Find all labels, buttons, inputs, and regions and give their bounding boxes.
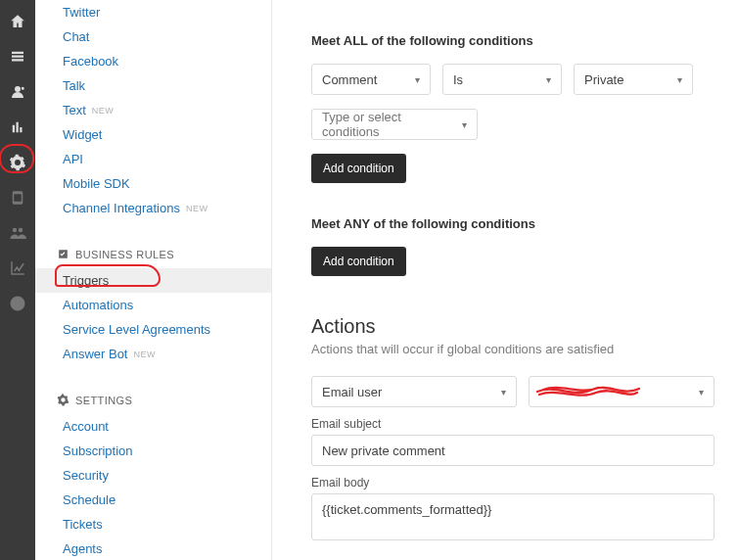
rail-people-icon[interactable] xyxy=(0,215,35,251)
sidebar-channel-api[interactable]: API xyxy=(35,147,271,171)
chevron-down-icon: ▾ xyxy=(699,387,704,397)
new-badge: NEW xyxy=(92,106,115,116)
sidebar-item-label: Mobile SDK xyxy=(63,176,130,191)
settings-header-text: SETTINGS xyxy=(75,395,132,406)
action-recipient-select[interactable]: ▾ xyxy=(529,376,715,407)
sidebar-item-label: Channel Integrations xyxy=(63,201,180,215)
sidebar-item-label: Answer Bot xyxy=(63,347,127,361)
new-badge: NEW xyxy=(133,350,156,359)
sidebar-item-label: Service Level Agreements xyxy=(63,322,210,337)
actions-subtitle: Actions that will occur if global condit… xyxy=(311,342,715,356)
sidebar-setting-security[interactable]: Security xyxy=(35,463,271,488)
email-body-textarea[interactable]: {{ticket.comments_formatted}} xyxy=(311,493,715,540)
sidebar-item-label: Subscription xyxy=(63,443,133,458)
sidebar-setting-agents[interactable]: Agents xyxy=(35,537,271,560)
annotation-redaction-scribble xyxy=(535,381,643,402)
business-rules-header-text: BUSINESS RULES xyxy=(75,249,174,260)
chevron-down-icon: ▾ xyxy=(677,74,682,85)
chevron-down-icon: ▾ xyxy=(501,387,506,397)
sidebar-item-label: Automations xyxy=(63,298,133,312)
sidebar-channel-chat[interactable]: Chat xyxy=(35,24,271,49)
main-content: Meet ALL of the following conditions Com… xyxy=(272,0,738,560)
condition-operator-select[interactable]: Is ▾ xyxy=(442,64,562,95)
rail-analytics-icon[interactable] xyxy=(0,251,35,286)
sidebar-channel-mobile-sdk[interactable]: Mobile SDK xyxy=(35,171,271,196)
action-type-select[interactable]: Email user ▾ xyxy=(311,376,517,407)
email-subject-input[interactable] xyxy=(311,435,715,466)
rail-apps-icon[interactable] xyxy=(0,180,35,215)
rail-views-icon[interactable] xyxy=(0,39,35,74)
condition-field-value: Comment xyxy=(322,72,377,87)
sidebar-item-label: Tickets xyxy=(63,517,103,532)
sidebar-item-label: API xyxy=(63,152,83,166)
rail-reports-icon[interactable] xyxy=(0,110,35,145)
all-conditions-heading: Meet ALL of the following conditions xyxy=(311,33,715,48)
type-or-select-conditions[interactable]: Type or select conditions ▾ xyxy=(311,109,478,140)
new-badge: NEW xyxy=(186,204,208,213)
sidebar-item-label: Twitter xyxy=(63,5,100,20)
chevron-down-icon: ▾ xyxy=(415,74,420,85)
icon-rail xyxy=(0,0,35,560)
sidebar-item-label: Account xyxy=(63,419,109,434)
rail-clock-icon[interactable] xyxy=(0,286,35,321)
sidebar-channel-talk[interactable]: Talk xyxy=(35,73,271,98)
add-condition-button-all[interactable]: Add condition xyxy=(311,154,406,183)
sidebar-item-label: Triggers xyxy=(63,273,109,288)
sidebar-rule-answer-bot[interactable]: Answer BotNEW xyxy=(35,342,271,366)
sidebar-rule-triggers[interactable]: Triggers xyxy=(35,268,271,293)
sidebar-item-label: Agents xyxy=(63,541,102,556)
sidebar-channel-channel-integrations[interactable]: Channel IntegrationsNEW xyxy=(35,196,271,220)
sidebar-channel-twitter[interactable]: Twitter xyxy=(35,0,271,24)
sidebar-item-label: Security xyxy=(63,468,109,483)
sidebar-item-label: Schedule xyxy=(63,492,115,507)
condition-operator-value: Is xyxy=(453,72,463,87)
sidebar-setting-tickets[interactable]: Tickets xyxy=(35,512,271,537)
condition-field-select[interactable]: Comment ▾ xyxy=(311,64,431,95)
sidebar-item-label: Facebook xyxy=(63,54,118,69)
sidebar-item-label: Talk xyxy=(63,78,85,93)
gear-icon xyxy=(57,394,69,406)
sidebar-setting-account[interactable]: Account xyxy=(35,414,271,439)
sidebar-rule-service-level-agreements[interactable]: Service Level Agreements xyxy=(35,317,271,342)
actions-title: Actions xyxy=(311,315,715,338)
sidebar-item-label: Chat xyxy=(63,29,89,44)
sidebar-channel-widget[interactable]: Widget xyxy=(35,122,271,147)
condition-value-value: Private xyxy=(584,72,623,87)
sidebar-setting-schedule[interactable]: Schedule xyxy=(35,488,271,512)
action-type-value: Email user xyxy=(322,385,382,399)
condition-value-select[interactable]: Private ▾ xyxy=(574,64,693,95)
sidebar-channel-text[interactable]: TextNEW xyxy=(35,98,271,122)
rail-home-icon[interactable] xyxy=(0,4,35,39)
email-body-label: Email body xyxy=(311,476,715,490)
condition-row: Comment ▾ Is ▾ Private ▾ xyxy=(311,64,693,95)
action-row: Email user ▾ ▾ xyxy=(311,376,715,407)
sidebar-item-label: Text xyxy=(63,103,86,117)
sidebar-channel-facebook[interactable]: Facebook xyxy=(35,49,271,73)
sidebar-rule-automations[interactable]: Automations xyxy=(35,293,271,317)
settings-header: SETTINGS xyxy=(35,366,271,414)
sidebar-item-label: Widget xyxy=(63,127,102,142)
add-condition-button-any[interactable]: Add condition xyxy=(311,247,406,276)
chevron-down-icon: ▾ xyxy=(546,74,551,85)
email-subject-label: Email subject xyxy=(311,417,715,431)
any-conditions-heading: Meet ANY of the following conditions xyxy=(311,216,715,231)
sidebar-setting-subscription[interactable]: Subscription xyxy=(35,439,271,463)
check-box-icon xyxy=(57,248,69,260)
settings-sidebar: TwitterChatFacebookTalkTextNEWWidgetAPIM… xyxy=(35,0,272,560)
chevron-down-icon: ▾ xyxy=(462,119,467,130)
type-or-select-placeholder: Type or select conditions xyxy=(322,110,462,139)
rail-customers-icon[interactable] xyxy=(0,74,35,110)
business-rules-header: BUSINESS RULES xyxy=(35,220,271,268)
rail-admin-icon[interactable] xyxy=(0,145,35,180)
